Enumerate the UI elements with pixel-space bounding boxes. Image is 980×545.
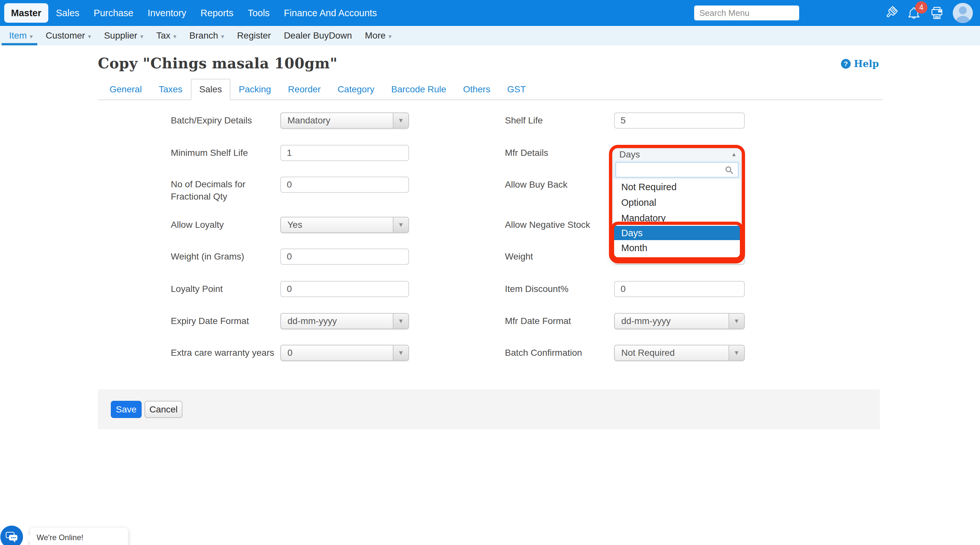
dropdown-option-month[interactable]: Month <box>613 240 741 256</box>
chevron-down-icon: ▾ <box>173 33 177 40</box>
chevron-down-icon: ▼ <box>393 345 408 360</box>
nav-item-label: Master <box>11 8 41 19</box>
shelf-life-input[interactable] <box>614 113 745 129</box>
dropdown-option-mandatory[interactable]: Mandatory <box>613 210 741 226</box>
chevron-down-icon: ▾ <box>88 33 91 40</box>
chevron-down-icon: ▾ <box>221 33 224 40</box>
field-label-shelf-life: Shelf Life <box>505 113 543 129</box>
select-value: Not Required <box>615 348 675 358</box>
select-value: 0 <box>281 348 293 358</box>
dropdown-option-not-required[interactable]: Not Required <box>613 179 741 195</box>
tab-taxes[interactable]: Taxes <box>150 79 191 100</box>
dropdown-search-input[interactable] <box>616 162 738 178</box>
subnav-item-label: More <box>365 30 386 41</box>
search-icon <box>724 165 734 175</box>
field-label-allow-loyalty: Allow Loyalty <box>171 217 224 233</box>
subnav-item-label: Dealer BuyDown <box>284 30 352 41</box>
save-button[interactable]: Save <box>111 401 142 418</box>
dropdown-current-value: Days <box>619 149 640 160</box>
dropdown-option-optional[interactable]: Optional <box>613 195 741 210</box>
expiry-date-format-select[interactable]: dd-mm-yyyy ▼ <box>280 313 409 329</box>
chat-title: We're Online! <box>37 533 121 542</box>
menu-search-input[interactable] <box>694 5 799 21</box>
chat-bubbles-icon <box>5 530 19 544</box>
subnav-item-label: Branch <box>189 30 218 41</box>
field-label-allow-buy-back: Allow Buy Back <box>505 176 568 193</box>
nav-item-sales[interactable]: Sales <box>56 8 80 19</box>
allow-loyalty-select[interactable]: Yes ▼ <box>280 217 409 233</box>
select-value: dd-mm-yyyy <box>281 316 337 326</box>
subnav-item-register[interactable]: Register <box>237 26 271 45</box>
tab-barcode-rule[interactable]: Barcode Rule <box>383 79 455 100</box>
bell-icon[interactable]: 4 <box>907 6 921 20</box>
help-label: Help <box>854 58 879 69</box>
subnav-item-customer[interactable]: Customer ▾ <box>46 26 91 45</box>
loyalty-point-input[interactable] <box>280 281 409 297</box>
subnav-item-more[interactable]: More ▾ <box>365 26 391 45</box>
field-label-extra-care-warranty-years: Extra care warranty years <box>171 345 274 361</box>
chevron-down-icon: ▾ <box>388 33 392 40</box>
dropdown-option-days[interactable]: Days <box>613 226 741 240</box>
chat-launcher-button[interactable] <box>0 526 23 545</box>
decimals-fractional-qty-input[interactable] <box>280 176 409 193</box>
avatar[interactable] <box>953 3 973 23</box>
avatar-head <box>959 6 967 14</box>
nav-item-reports[interactable]: Reports <box>200 8 234 19</box>
subnav-item-label: Supplier <box>104 30 137 41</box>
tab-gst[interactable]: GST <box>499 79 535 100</box>
tab-reorder[interactable]: Reorder <box>279 79 329 100</box>
minimum-shelf-life-input[interactable] <box>280 145 409 161</box>
mfr-date-format-select[interactable]: dd-mm-yyyy ▼ <box>614 313 745 329</box>
field-label-mfr-details: Mfr Details <box>505 145 548 161</box>
field-label-item-discount: Item Discount% <box>505 281 568 297</box>
subnav-item-branch[interactable]: Branch ▾ <box>189 26 224 45</box>
nav-item-tools[interactable]: Tools <box>248 8 270 19</box>
tab-sales[interactable]: Sales <box>191 79 231 100</box>
nav-item-inventory[interactable]: Inventory <box>148 8 186 19</box>
field-label-loyalty-point: Loyalty Point <box>171 281 223 297</box>
field-label-minimum-shelf-life: Minimum Shelf Life <box>171 145 248 161</box>
tab-category[interactable]: Category <box>329 79 383 100</box>
chevron-down-icon: ▼ <box>393 218 408 232</box>
field-label-batch-expiry-details: Batch/Expiry Details <box>171 113 252 129</box>
mfr-details-dropdown-header[interactable]: Days ▲ <box>613 149 741 160</box>
field-label-weight-in-grams: Weight (in Grams) <box>171 248 244 265</box>
item-discount-input[interactable] <box>614 281 745 297</box>
subnav-item-supplier[interactable]: Supplier ▾ <box>104 26 143 45</box>
page-title: Copy "Chings masala 100gm" <box>98 55 338 72</box>
select-value: Mandatory <box>281 115 330 126</box>
question-icon: ? <box>841 59 851 69</box>
printer-icon[interactable] <box>929 5 944 21</box>
subnav-item-tax[interactable]: Tax ▾ <box>156 26 176 45</box>
batch-confirmation-select[interactable]: Not Required ▼ <box>614 345 745 361</box>
top-nav-icons: 4 <box>883 3 973 23</box>
field-label-batch-confirmation: Batch Confirmation <box>505 345 582 361</box>
nav-item-finance-and-accounts[interactable]: Finance And Accounts <box>284 8 377 19</box>
field-label-no-of-decimals: No of Decimals for Fractional Qty <box>171 176 278 203</box>
brush-icon[interactable] <box>883 5 898 21</box>
field-label-allow-negative-stock: Allow Negative Stock <box>505 217 590 233</box>
field-label-expiry-date-format: Expiry Date Format <box>171 313 249 329</box>
batch-expiry-details-select[interactable]: Mandatory ▼ <box>280 113 409 129</box>
weight-in-grams-input[interactable] <box>280 248 409 265</box>
subnav-item-dealer-buydown[interactable]: Dealer BuyDown <box>284 26 352 45</box>
tab-bar: General Taxes Sales Packing Reorder Cate… <box>98 79 883 100</box>
chat-tooltip[interactable]: We're Online! How may I help you today? <box>30 528 128 545</box>
help-link[interactable]: ? Help <box>841 58 879 69</box>
nav-item-purchase[interactable]: Purchase <box>94 8 134 19</box>
dropdown-search-row <box>613 160 741 179</box>
extra-care-warranty-years-select[interactable]: 0 ▼ <box>280 345 409 361</box>
nav-item-master[interactable]: Master <box>4 3 48 23</box>
form-action-bar: Save Cancel <box>98 389 880 429</box>
subnav-item-item[interactable]: Item ▾ <box>9 26 33 45</box>
tab-general[interactable]: General <box>101 79 150 100</box>
cancel-button[interactable]: Cancel <box>145 401 183 418</box>
chevron-down-icon: ▼ <box>729 345 744 360</box>
select-value: dd-mm-yyyy <box>615 316 670 326</box>
tab-others[interactable]: Others <box>455 79 499 100</box>
chevron-down-icon: ▼ <box>393 113 408 128</box>
subnav-item-label: Customer <box>46 30 85 41</box>
tab-packing[interactable]: Packing <box>231 79 280 100</box>
chevron-down-icon: ▾ <box>140 33 143 40</box>
mfr-details-dropdown: Days ▲ Not Required Optional Mandatory D… <box>612 148 741 260</box>
